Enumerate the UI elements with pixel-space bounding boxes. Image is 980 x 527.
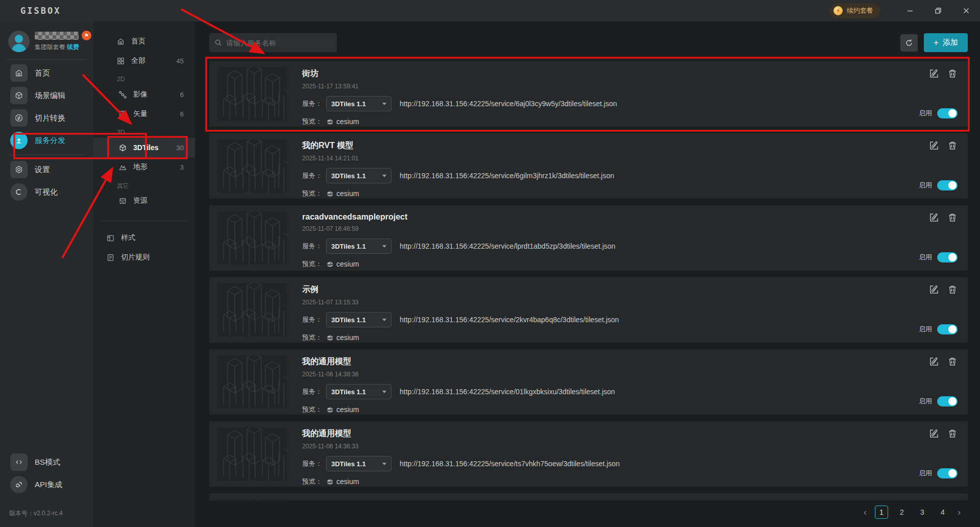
format-select[interactable]: 3DTiles 1.1 [326, 312, 391, 327]
catalog-item-tile-rules[interactable]: 切片规则 [93, 248, 195, 267]
mountains-icon [118, 162, 127, 172]
service-thumbnail [217, 139, 287, 193]
enabled-toggle[interactable] [937, 252, 958, 262]
edit-button[interactable] [929, 284, 939, 295]
delete-button[interactable] [947, 140, 958, 151]
format-select[interactable]: 3DTiles 1.1 [326, 384, 391, 399]
minimize-button[interactable] [896, 0, 924, 21]
plan-label: 集团版套餐 [35, 43, 65, 51]
restore-button[interactable] [924, 0, 952, 21]
cesium-preview-link[interactable]: cesium [326, 189, 359, 198]
delete-button[interactable] [947, 428, 958, 439]
renew-package-button[interactable]: ⚡ 续约套餐 [829, 4, 880, 18]
service-name: racadvancedsampleproject [302, 211, 616, 222]
edit-pencil-icon [929, 284, 939, 295]
refresh-button[interactable] [900, 34, 918, 52]
vector-grid-icon [118, 109, 127, 118]
delete-button[interactable] [947, 356, 958, 367]
enabled-toggle[interactable] [937, 108, 958, 118]
sidebar-item-api-integration[interactable]: API集成 [0, 473, 93, 496]
chevron-down-icon [382, 103, 386, 105]
next-page-chevron[interactable]: › [957, 508, 962, 517]
format-select[interactable]: 3DTiles 1.1 [326, 168, 391, 183]
catalog-item-home[interactable]: 首页 [93, 32, 195, 51]
service-url: http://192.168.31.156:42225/service/2kvr… [400, 316, 619, 324]
count-badge: 45 [177, 57, 184, 65]
cloud-upload-icon [10, 132, 28, 149]
sidebar-item-visualization[interactable]: 可视化 [0, 181, 93, 203]
app-logo: GISBOX [20, 6, 61, 16]
close-button[interactable] [952, 0, 980, 21]
catalog-item-all[interactable]: 全部 45 [93, 51, 195, 70]
edit-button[interactable] [929, 212, 939, 223]
format-select[interactable]: 3DTiles 1.1 [326, 238, 391, 254]
cesium-preview-link[interactable]: cesium [326, 477, 359, 486]
sidebar-item-scene-edit[interactable]: 场景编辑 [0, 84, 93, 107]
sidebar-item-bs-mode[interactable]: BS模式 [0, 451, 93, 473]
prev-page-chevron[interactable]: ‹ [863, 508, 868, 517]
page-2[interactable]: 2 [895, 506, 909, 519]
edit-pencil-icon [929, 140, 939, 151]
renew-link[interactable]: 续费 [67, 43, 79, 51]
cesium-preview-link[interactable]: cesium [326, 117, 359, 126]
sidebar-item-service-publish[interactable]: 服务分发 [0, 129, 93, 152]
service-thumbnail [217, 67, 287, 121]
service-thumbnail [217, 427, 287, 481]
user-account[interactable]: ⚑ 集团版套餐 续费 [8, 31, 93, 52]
service-name: 街坊 [302, 67, 617, 79]
username-redacted [35, 32, 79, 40]
service-url: http://192.168.31.156:42225/service/6aj0… [400, 100, 617, 108]
sidebar-item-home[interactable]: 首页 [0, 62, 93, 84]
page-4[interactable]: 4 [936, 506, 949, 519]
page-3[interactable]: 3 [916, 506, 929, 519]
delete-button[interactable] [947, 284, 958, 295]
edit-button[interactable] [929, 68, 939, 79]
format-select[interactable]: 3DTiles 1.1 [326, 456, 391, 471]
pagination: ‹ 1 2 3 4 › [863, 506, 962, 519]
service-name [302, 499, 400, 500]
catalog-item-style[interactable]: 样式 [93, 228, 195, 248]
search-input[interactable] [226, 39, 332, 47]
format-select[interactable]: 3DTiles 1.1 [326, 96, 391, 111]
enabled-toggle[interactable] [937, 180, 958, 190]
service-row: 我的通用模型 2025-11-06 14:36:33 服务： 3DTiles 1… [209, 421, 968, 487]
enabled-toggle[interactable] [937, 396, 958, 406]
service-list: 街坊 2025-11-17 13:59:41 服务： 3DTiles 1.1 h… [209, 61, 968, 500]
service-label: 服务： [302, 459, 322, 468]
service-date: 2025-11-06 14:38:36 [302, 371, 615, 378]
add-service-button[interactable]: + 添加 [924, 33, 968, 52]
sidebar-item-tile-convert[interactable]: 切片转换 [0, 107, 93, 129]
cesium-preview-link[interactable]: cesium [326, 405, 359, 414]
close-icon [963, 7, 970, 14]
service-url: http://192.168.31.156:42225/service/ts7v… [400, 460, 620, 468]
edit-button[interactable] [929, 428, 939, 439]
catalog-section-3d: 3D [93, 124, 195, 138]
flag-badge-icon: ⚑ [82, 31, 91, 40]
chevron-down-icon [382, 463, 386, 465]
service-name: 我的通用模型 [302, 427, 620, 439]
chevron-down-icon [382, 245, 386, 248]
page-1[interactable]: 1 [875, 506, 888, 519]
main-content: + 添加 街坊 2025-11-17 13:59: [195, 21, 980, 527]
delete-button[interactable] [947, 68, 958, 79]
trash-icon [947, 68, 958, 79]
edit-button[interactable] [929, 356, 939, 367]
gear-icon [10, 161, 28, 178]
version-label: 版本号：v2.0.2-rc.4 [9, 509, 93, 518]
catalog-item-3dtiles[interactable]: 3DTiles 30 [93, 138, 195, 157]
delete-button[interactable] [947, 212, 958, 223]
cesium-preview-link[interactable]: cesium [326, 260, 359, 268]
enabled-toggle[interactable] [937, 324, 958, 334]
edit-button[interactable] [929, 140, 939, 151]
cube-icon [10, 87, 28, 104]
catalog-item-imagery[interactable]: 影像 6 [93, 85, 195, 104]
catalog-item-resources[interactable]: 资源 [93, 191, 195, 210]
search-box[interactable] [209, 33, 337, 52]
cube-3d-icon [118, 143, 127, 152]
cesium-preview-link[interactable]: cesium [326, 333, 359, 342]
enabled-toggle[interactable] [937, 468, 958, 478]
catalog-item-vector[interactable]: 矢量 6 [93, 104, 195, 124]
catalog-item-terrain[interactable]: 地形 3 [93, 157, 195, 177]
sidebar-item-settings[interactable]: 设置 [0, 158, 93, 181]
enabled-label: 启用 [919, 109, 932, 118]
